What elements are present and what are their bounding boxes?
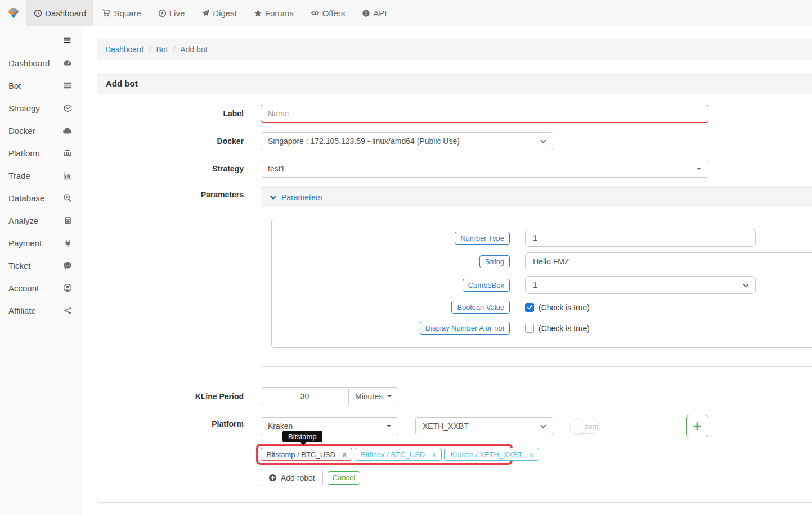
sidebar-item-label: Platform: [8, 148, 40, 158]
sidebar-item-label: Ticket: [8, 261, 30, 270]
tag-bitstamp-btc-usd[interactable]: Bitstamp / BTC_USD x: [261, 448, 352, 461]
nav-label: Forums: [265, 8, 294, 18]
breadcrumb-current: Add bot: [180, 45, 207, 54]
nav-item-dashboard[interactable]: Dashboard: [26, 0, 93, 26]
kline-period-input[interactable]: [261, 387, 349, 405]
sidebar-item-ticket[interactable]: Ticket: [0, 254, 83, 277]
number-type-input[interactable]: [525, 229, 756, 247]
fmz-logo-icon: [7, 7, 20, 19]
nav-item-live[interactable]: Live: [151, 0, 192, 26]
docker-select[interactable]: Singapore : 172.105.123.59 - linux/amd64…: [261, 132, 553, 150]
sidebar-item-docker[interactable]: Docker: [0, 119, 83, 142]
breadcrumb-link-dashboard[interactable]: Dashboard: [105, 45, 144, 54]
cancel-button[interactable]: Cancel: [328, 471, 360, 485]
nav-label: Digest: [213, 8, 237, 18]
nav-item-offers[interactable]: Offers: [303, 0, 353, 26]
bot-name-input[interactable]: [261, 105, 708, 123]
form-row-docker: Docker Singapore : 172.105.123.59 - linu…: [97, 132, 812, 150]
share-icon: [64, 306, 72, 315]
field-label-spacer: [97, 437, 261, 442]
sidebar-item-label: Analyze: [8, 216, 38, 225]
nav-label: Offers: [322, 8, 346, 18]
sidebar-collapse-button[interactable]: [0, 35, 83, 45]
breadcrumb-link-bot[interactable]: Bot: [156, 45, 168, 54]
tag-close-button[interactable]: x: [432, 450, 436, 458]
display-number-checkbox[interactable]: [525, 324, 534, 333]
field-label-spacer: [97, 469, 261, 473]
tag-close-button[interactable]: x: [343, 450, 346, 458]
info-circle-icon: [362, 9, 370, 17]
check-icon: [527, 304, 533, 310]
bank-icon: [63, 148, 72, 157]
parameters-panel: Parameters Number Type: [261, 187, 812, 367]
cube-icon: [64, 104, 72, 112]
sidebar-item-platform[interactable]: Platform: [0, 142, 83, 164]
docker-select-value: Singapore : 172.105.123.59 - linux/amd64…: [268, 137, 460, 146]
sidebar-item-analyze[interactable]: Analyze: [0, 209, 83, 232]
kline-unit-dropdown[interactable]: Minutes: [349, 387, 398, 405]
add-bot-form: Label Docker Singapore : 172.105.123.59 …: [97, 94, 812, 502]
sidebar-item-trade[interactable]: Trade: [0, 164, 83, 187]
field-label: Label: [97, 105, 261, 118]
param-row-combobox: ComboBox 1: [272, 276, 812, 294]
cancel-label: Cancel: [333, 473, 355, 482]
custom-pair-toggle[interactable]: Custom: [571, 419, 600, 434]
form-row-platform: Platform Kraken XETH_XXBT: [97, 415, 812, 437]
sidebar-item-database[interactable]: Database: [0, 187, 83, 209]
nav-item-square[interactable]: Square: [95, 0, 148, 26]
sidebar-item-payment[interactable]: Payment: [0, 232, 83, 254]
combobox-select[interactable]: 1: [525, 276, 756, 294]
tooltip-text: Bitstamp: [288, 432, 317, 441]
nav-item-api[interactable]: API: [355, 0, 394, 26]
sidebar-item-label: Bot: [8, 81, 21, 91]
tag-kraken-xeth-xxbt[interactable]: Kraken / XETH_XXBT x: [444, 448, 539, 461]
string-input[interactable]: [525, 252, 812, 270]
paper-plane-icon: [201, 9, 210, 17]
strategy-dropdown-value: test1: [268, 164, 285, 173]
breadcrumb: Dashboard Bot Add bot: [97, 39, 812, 60]
combobox-select-value: 1: [533, 281, 537, 290]
sidebar-item-label: Database: [8, 193, 44, 203]
tag-bitfinex-btc-usd[interactable]: Bitfinex / BTC_USD x: [355, 448, 442, 461]
plus-icon: [693, 422, 702, 431]
param-name-badge: Number Type: [455, 232, 510, 245]
sidebar-item-bot[interactable]: Bot: [0, 74, 83, 97]
nav-label: Square: [114, 8, 141, 18]
add-robot-button[interactable]: Add robot: [261, 469, 323, 486]
add-bot-panel: Add bot Label Docker Singapore : 172.105…: [97, 73, 812, 503]
parameters-collapse-header[interactable]: Parameters: [261, 188, 812, 207]
bar-chart-icon: [63, 171, 72, 180]
strategy-dropdown[interactable]: test1: [261, 160, 708, 178]
param-row-number-type: Number Type: [272, 229, 812, 247]
sidebar-item-dashboard[interactable]: Dashboard: [0, 52, 83, 74]
app-logo[interactable]: [0, 0, 26, 26]
nav-item-digest[interactable]: Digest: [194, 0, 244, 26]
tag-label: Bitstamp / BTC_USD: [267, 450, 335, 459]
sidebar-item-strategy[interactable]: Strategy: [0, 97, 83, 119]
sidebar-item-account[interactable]: Account: [0, 277, 83, 299]
search-plus-icon: [63, 193, 72, 202]
tag-label: Bitfinex / BTC_USD: [361, 450, 425, 459]
form-row-actions: Add robot Cancel: [97, 469, 812, 486]
param-name-badge: String: [479, 255, 510, 268]
boolean-value-checkbox[interactable]: [525, 303, 534, 312]
add-platform-button[interactable]: [686, 415, 708, 437]
star-icon: [254, 9, 262, 17]
field-label: Platform: [97, 415, 261, 428]
pair-select[interactable]: XETH_XXBT: [415, 417, 553, 435]
pair-select-value: XETH_XXBT: [423, 422, 469, 431]
field-label: KLine Period: [97, 387, 261, 401]
plus-circle-icon: [268, 473, 277, 482]
sidebar-item-affiliate[interactable]: Affiliate: [0, 299, 83, 322]
tag-close-button[interactable]: x: [530, 450, 533, 458]
exchange-dropdown-value: Kraken: [268, 422, 293, 431]
exchange-dropdown[interactable]: Kraken: [261, 417, 398, 435]
nav-label: Dashboard: [45, 8, 86, 18]
nav-item-forums[interactable]: Forums: [246, 0, 301, 26]
comment-icon: [63, 261, 72, 270]
breadcrumb-separator: [144, 45, 156, 54]
plug-icon: [64, 239, 72, 247]
chevron-down-icon: [540, 139, 546, 144]
sidebar-item-label: Account: [8, 283, 39, 293]
tachometer-icon: [63, 58, 72, 67]
